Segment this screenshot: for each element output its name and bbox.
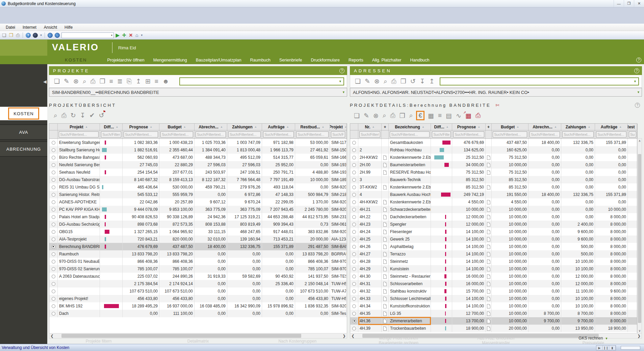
row-radio[interactable]: [350, 280, 358, 287]
chevron-down-icon[interactable]: ▼: [634, 80, 638, 83]
radio-icon[interactable]: [52, 141, 55, 145]
document-icon[interactable]: [487, 155, 490, 160]
row-radio[interactable]: [49, 176, 58, 183]
column-header[interactable]: Projekt▲: [58, 124, 100, 130]
radio-icon[interactable]: [52, 275, 55, 278]
scrollbar-thumb[interactable]: [61, 334, 301, 338]
column-header[interactable]: Budget▲: [492, 124, 529, 130]
table-row[interactable]: A 2063 Datenaustausc225 037,02244 890,26…: [49, 273, 347, 280]
sort-icon[interactable]: ▲: [286, 125, 289, 128]
radio-icon[interactable]: [52, 267, 55, 271]
radio-icon[interactable]: [52, 237, 55, 241]
row-radio[interactable]: [350, 235, 358, 243]
nav-item[interactable]: Reports: [349, 58, 363, 62]
column-header[interactable]: Diff...▲: [431, 124, 452, 130]
column-header[interactable]: Budget▲: [159, 124, 195, 130]
radio-icon[interactable]: [352, 156, 356, 159]
row-radio[interactable]: [350, 228, 358, 235]
table-row[interactable]: 4H.36Zimmererarbeiten13 700,0010 000,009…: [350, 317, 637, 325]
download-icon[interactable]: ↧: [80, 111, 85, 119]
row-radio[interactable]: [350, 273, 358, 280]
schedule-icon[interactable]: ⊞: [145, 77, 151, 85]
new-document-icon[interactable]: ❏: [54, 77, 60, 85]
document-icon[interactable]: [383, 289, 387, 294]
search-icon[interactable]: ⌕: [83, 78, 86, 85]
print-icon[interactable]: ⎙: [391, 78, 396, 85]
print-icon[interactable]: ⎙: [16, 32, 20, 38]
table-row[interactable]: 970-DISS 02 Sanierun785 100,07785 100,07…: [49, 265, 347, 273]
new-document-icon[interactable]: ❏: [355, 77, 361, 85]
document-icon[interactable]: [383, 274, 387, 279]
row-radio[interactable]: [350, 258, 358, 265]
uebersicht-hscrollbar[interactable]: ❮ ❯: [49, 333, 347, 339]
scroll-right-icon[interactable]: ❯: [341, 334, 347, 338]
table-row[interactable]: 2H-KKW2Kostenkennwerte 2.Eb25 312,5075 3…: [350, 154, 637, 161]
capture-icon[interactable]: [33, 33, 38, 38]
edit-icon[interactable]: ✎: [364, 112, 369, 120]
scroll-left-icon[interactable]: ❮: [49, 334, 55, 338]
document-icon[interactable]: [487, 185, 490, 190]
radio-icon[interactable]: [52, 290, 55, 293]
column-header[interactable]: Abrechn...▲: [195, 124, 227, 130]
table-row[interactable]: 4H.27Terrazzo14 100,0010 000,000,00500,0…: [350, 250, 637, 258]
row-radio[interactable]: [49, 295, 58, 302]
sort-icon[interactable]: ▲: [116, 125, 119, 128]
user-icon[interactable]: ☻: [162, 78, 169, 85]
projekt-select[interactable]: SIM-BANDBREN00__••BERECHNUNG BANDBREITE …: [49, 88, 347, 97]
document-icon[interactable]: [487, 252, 490, 256]
document-icon[interactable]: [487, 215, 490, 219]
column-header[interactable]: Aufträge▲: [262, 124, 295, 130]
document-icon[interactable]: [487, 267, 490, 271]
download-icon[interactable]: ↧: [420, 77, 425, 85]
sidebar-item-ava[interactable]: AVA: [0, 124, 47, 140]
table-row[interactable]: 2 175 384,542 174 924,140,000,0025 336,4…: [49, 280, 347, 287]
document-icon[interactable]: [383, 245, 387, 249]
print-icon[interactable]: ⎙: [61, 112, 67, 119]
search-icon[interactable]: ⌕: [384, 78, 387, 85]
print-icon[interactable]: ⎙: [390, 112, 395, 119]
chevron-down-icon[interactable]: ▼: [339, 80, 343, 83]
filter-input[interactable]: [101, 131, 121, 137]
delete-icon[interactable]: ⊗: [374, 77, 380, 85]
document-icon[interactable]: [383, 259, 387, 264]
chevron-down-icon[interactable]: ▼: [605, 337, 608, 340]
radio-icon[interactable]: [352, 193, 356, 197]
table-row[interactable]: eigenes Projekt!456 433,80456 433,800,00…: [49, 295, 347, 302]
document-icon[interactable]: [383, 215, 387, 219]
toolbar-overflow-icon[interactable]: ▾: [40, 33, 42, 37]
nav-item[interactable]: Raumbuch: [250, 58, 271, 62]
nav-item[interactable]: Allg. Platzhalter: [372, 58, 402, 62]
column-header[interactable]: Zahlungen▲: [227, 124, 262, 130]
filter-input[interactable]: [453, 131, 484, 137]
menu-item[interactable]: Ansicht: [40, 25, 61, 30]
minimize-button[interactable]: —: [614, 0, 624, 7]
close-button[interactable]: ✕: [634, 0, 644, 7]
upload-icon[interactable]: ↥: [429, 77, 435, 85]
calculator-icon[interactable]: ▦: [428, 112, 434, 120]
radio-icon[interactable]: [52, 230, 55, 234]
row-radio[interactable]: [350, 325, 358, 332]
row-radio[interactable]: [350, 310, 358, 317]
filter-input[interactable]: [59, 131, 99, 137]
table-row[interactable]: 970-DISS 01 NeubauE866 408,36866 408,360…: [49, 258, 347, 265]
toolbar-overflow-icon[interactable]: ▾: [141, 33, 143, 37]
chevron-down-icon[interactable]: ▼: [342, 91, 347, 94]
radio-icon[interactable]: [352, 200, 356, 204]
row-radio[interactable]: [350, 302, 358, 310]
row-radio[interactable]: [350, 213, 358, 221]
document-icon[interactable]: [487, 297, 490, 301]
open-folder-icon[interactable]: ❒: [401, 77, 406, 85]
table-row[interactable]: 4H.31Schlosserarbeiten16 000,0010 000,00…: [350, 280, 637, 287]
sort-icon[interactable]: ▲: [516, 125, 519, 128]
sort-icon[interactable]: ▲: [344, 125, 346, 128]
table-row[interactable]: BK MHS 19218 289 495,2916 937 000,0016 0…: [49, 302, 347, 310]
sort-icon[interactable]: ▲: [554, 125, 557, 128]
document-icon[interactable]: [487, 282, 490, 286]
sort-icon[interactable]: ▲: [372, 125, 375, 128]
document-icon[interactable]: [383, 170, 387, 175]
column-header[interactable]: Nr.▲: [358, 124, 382, 130]
filter-input[interactable]: [530, 131, 560, 137]
play-icon[interactable]: ▶: [596, 346, 603, 350]
stop-icon[interactable]: ▮: [609, 346, 616, 350]
row-radio[interactable]: [350, 191, 358, 198]
